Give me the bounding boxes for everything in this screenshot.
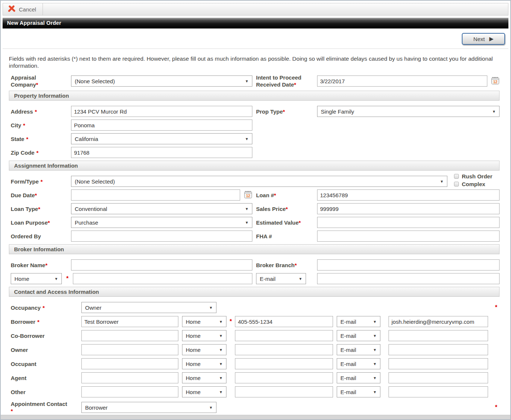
occupant-email-input[interactable] [389, 358, 488, 369]
occupant-phone-input[interactable] [235, 358, 333, 369]
appointment-contact-select[interactable]: Borrower ▼ [81, 402, 216, 413]
city-input[interactable] [71, 120, 252, 131]
appraisal-company-label: Appraisal Company* [9, 74, 71, 88]
contact-row-agent: Agent Home ▼ E-mail ▼ [9, 372, 500, 383]
loan-type-select[interactable]: Conventional ▼ [71, 203, 252, 214]
form-type-value: (None Selected) [75, 178, 115, 185]
intent-date-input[interactable] [317, 75, 487, 87]
section-property-information: Property Information [9, 91, 500, 101]
other-name-input[interactable] [81, 386, 178, 397]
bottom-strip [1, 415, 510, 419]
broker-phone-row: Home ▼ * E-mail ▼ [9, 273, 500, 284]
broker-email-input[interactable] [317, 273, 500, 284]
address-label: Address* [9, 108, 71, 115]
fha-number-input[interactable] [317, 231, 500, 242]
cancel-button[interactable]: Cancel [3, 3, 43, 15]
state-value: California [75, 136, 98, 142]
co-borrower-phone-input[interactable] [235, 330, 333, 341]
prop-type-select[interactable]: Single Family ▼ [317, 106, 500, 117]
agent-name-input[interactable] [81, 372, 178, 383]
agent-phone-type-select[interactable]: Home ▼ [182, 372, 226, 383]
form-type-select[interactable]: (None Selected) ▼ [71, 176, 447, 187]
zip-input[interactable] [71, 147, 252, 158]
broker-phone-input[interactable] [73, 273, 252, 284]
loan-purpose-value: Purchase [75, 219, 98, 226]
loan-number-input[interactable] [317, 189, 500, 201]
instructions-text: Fields with red asterisks (*) next to th… [9, 55, 500, 69]
next-button[interactable]: Next ▶ [462, 33, 505, 45]
chevron-down-icon: ▼ [245, 79, 249, 83]
contact-row-owner: Owner Home ▼ E-mail ▼ [9, 344, 500, 355]
borrower-phone-type-select[interactable]: Home ▼ [182, 316, 226, 327]
owner-email-input[interactable] [389, 344, 488, 355]
borrower-email-type-select[interactable]: E-mail ▼ [337, 316, 380, 327]
complex-option: Complex [454, 181, 492, 187]
chevron-down-icon: ▼ [219, 320, 223, 324]
due-date-input[interactable] [71, 189, 240, 201]
owner-email-type-select[interactable]: E-mail ▼ [337, 344, 380, 355]
borrower-label: Borrower* [9, 318, 81, 325]
contact-row-co-borrower: Co-Borrower Home ▼ E-mail ▼ [9, 330, 500, 341]
loan-purpose-row: Loan Purpose* Purchase ▼ Estimated Value… [9, 217, 500, 228]
owner-phone-input[interactable] [235, 344, 333, 355]
broker-email-type-select[interactable]: E-mail ▼ [256, 273, 306, 284]
section-contact-access-information: Contact and Access Information [9, 287, 500, 297]
owner-phone-type-select[interactable]: Home ▼ [182, 344, 226, 355]
sales-price-input[interactable] [317, 203, 500, 214]
order-form: Fields with red asterisks (*) next to th… [3, 49, 508, 415]
borrower-name-input[interactable] [81, 316, 178, 327]
chevron-down-icon: ▼ [245, 221, 249, 225]
other-phone-type-select[interactable]: Home ▼ [182, 386, 226, 397]
broker-branch-label: Broker Branch* [256, 262, 317, 269]
broker-phone-type-select[interactable]: Home ▼ [11, 273, 62, 284]
sales-price-label: Sales Price* [256, 205, 317, 212]
co-borrower-label: Co-Borrower [9, 332, 81, 339]
co-borrower-email-type-select[interactable]: E-mail ▼ [337, 330, 380, 341]
occupant-phone-type-select[interactable]: Home ▼ [182, 358, 226, 369]
loan-purpose-select[interactable]: Purchase ▼ [71, 217, 252, 228]
chevron-down-icon: ▼ [219, 362, 223, 366]
chevron-down-icon: ▼ [373, 362, 377, 366]
prop-type-value: Single Family [321, 108, 354, 115]
occupant-email-type-select[interactable]: E-mail ▼ [337, 358, 380, 369]
calendar-icon[interactable]: 12 [244, 190, 252, 200]
co-borrower-email-input[interactable] [389, 330, 488, 341]
top-toolbar: Cancel [3, 3, 508, 16]
agent-email-input[interactable] [389, 372, 488, 383]
next-button-row: Next ▶ [3, 28, 508, 49]
rush-order-option: Rush Order [454, 173, 492, 179]
broker-phone-type-value: Home [14, 276, 29, 282]
address-input[interactable] [71, 106, 252, 117]
co-borrower-name-input[interactable] [81, 330, 178, 341]
owner-name-input[interactable] [81, 344, 178, 355]
estimated-value-input[interactable] [317, 217, 500, 228]
appointment-contact-label: Appointment Contact* [9, 400, 81, 414]
agent-email-type-select[interactable]: E-mail ▼ [337, 372, 380, 383]
chevron-down-icon: ▼ [373, 390, 377, 394]
chevron-down-icon: ▼ [219, 376, 223, 380]
other-email-type-select[interactable]: E-mail ▼ [337, 386, 380, 397]
occupant-name-input[interactable] [81, 358, 178, 369]
borrower-email-input[interactable] [389, 316, 488, 327]
broker-branch-input[interactable] [317, 259, 500, 271]
other-email-input[interactable] [389, 386, 488, 397]
appraisal-company-select[interactable]: (None Selected) ▼ [71, 75, 252, 87]
city-label: City* [9, 122, 71, 129]
broker-name-input[interactable] [71, 259, 252, 271]
complex-checkbox[interactable] [454, 182, 459, 187]
occupancy-row: Occupancy* Owner ▼ * [9, 302, 500, 313]
borrower-phone-input[interactable] [235, 316, 333, 327]
contact-row-occupant: Occupant Home ▼ E-mail ▼ [9, 358, 500, 369]
broker-email-type-value: E-mail [260, 276, 276, 282]
ordered-by-label: Ordered By [9, 233, 71, 240]
occupancy-select[interactable]: Owner ▼ [81, 302, 216, 313]
rush-order-checkbox[interactable] [454, 174, 459, 179]
other-phone-input[interactable] [235, 386, 333, 397]
co-borrower-phone-type-select[interactable]: Home ▼ [182, 330, 226, 341]
agent-phone-input[interactable] [235, 372, 333, 383]
page-title: New Appraisal Order [3, 18, 508, 28]
chevron-down-icon: ▼ [219, 390, 223, 394]
ordered-by-input[interactable] [71, 231, 252, 242]
state-select[interactable]: California ▼ [71, 133, 252, 144]
calendar-icon[interactable]: 12 [491, 76, 500, 86]
